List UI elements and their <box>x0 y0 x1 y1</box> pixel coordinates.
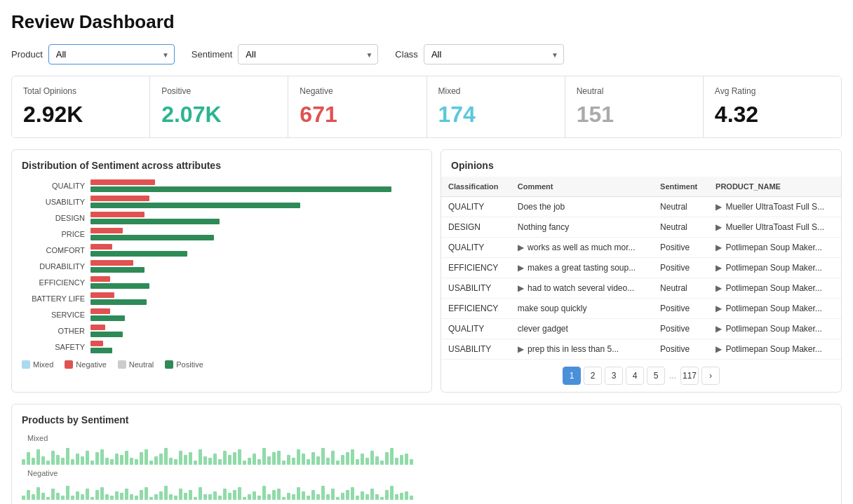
negative-bar-item <box>51 489 55 500</box>
sentiment-cell: Neutral <box>653 217 708 238</box>
sentiment-cell: Neutral <box>653 278 708 299</box>
negative-bar-item <box>223 489 227 500</box>
products-chart: Mixed Negative <box>22 434 831 503</box>
bars-group <box>90 260 422 273</box>
positive-bar <box>90 283 149 289</box>
classification-cell: QUALITY <box>441 197 511 217</box>
mixed-bar-item <box>154 456 158 465</box>
bar-label: SAFETY <box>22 343 85 351</box>
negative-bar-item <box>213 491 217 500</box>
bar-row: DURABILITY <box>22 260 422 273</box>
kpi-label-mixed: Mixed <box>438 86 553 96</box>
negative-bar-item <box>326 494 330 500</box>
mixed-bar-item <box>159 454 163 465</box>
comment-cell: Does the job <box>511 197 653 217</box>
kpi-label-avg_rating: Avg Rating <box>715 86 830 96</box>
negative-bar-item <box>46 497 50 500</box>
negative-bar <box>90 341 103 346</box>
negative-bar-item <box>22 496 25 500</box>
mixed-bar-item <box>32 458 35 465</box>
comment-cell: ▶ works as well as much mor... <box>511 238 653 258</box>
class-label: Class <box>395 49 418 60</box>
mixed-bar-item <box>375 456 379 465</box>
negative-bar-item <box>135 496 138 500</box>
main-row: Distribution of Sentiment across attribu… <box>11 149 842 393</box>
bar-row: COMFORT <box>22 244 422 257</box>
bar-label: DESIGN <box>22 214 85 222</box>
negative-bar-item <box>361 491 364 500</box>
product-filter-group: Product All <box>11 44 175 64</box>
page-btn-1[interactable]: 1 <box>563 367 581 385</box>
product-select[interactable]: All <box>48 44 175 64</box>
sentiment-cell: Positive <box>653 319 708 339</box>
mixed-bar-item <box>400 455 403 465</box>
pagination: 12345...117› <box>441 359 841 392</box>
bar-label: SERVICE <box>22 311 85 319</box>
negative-bar-item <box>370 489 374 500</box>
legend-label: Positive <box>176 360 203 369</box>
page-btn-5[interactable]: 5 <box>647 367 665 385</box>
page-btn-2[interactable]: 2 <box>584 367 602 385</box>
sentiment-select[interactable]: All <box>238 44 378 64</box>
mixed-bar-item <box>125 451 128 465</box>
negative-bar-item <box>248 494 251 500</box>
arrow-icon: ▶ <box>518 243 526 252</box>
legend-color <box>65 360 73 369</box>
negative-bar-item <box>243 497 246 500</box>
bars-group <box>90 179 422 192</box>
negative-bar-item <box>277 489 281 500</box>
bars-group <box>90 228 422 240</box>
mixed-bar-item <box>356 459 359 465</box>
negative-bar-item <box>410 496 413 500</box>
negative-bar-item <box>36 487 40 500</box>
negative-bar-item <box>400 493 403 500</box>
legend-label: Negative <box>76 360 106 369</box>
bars-group <box>90 212 422 224</box>
page-btn-3[interactable]: 3 <box>605 367 623 385</box>
opinions-title: Opinions <box>441 150 841 177</box>
kpi-value-total_opinions: 2.92K <box>23 102 138 128</box>
negative-bar-item <box>199 487 202 500</box>
bar-row: EFFICIENCY <box>22 276 422 289</box>
product-arrow-icon: ▶ <box>716 202 724 212</box>
page-btn-4[interactable]: 4 <box>626 367 644 385</box>
mixed-bar-item <box>213 454 217 465</box>
classification-cell: EFFICIENCY <box>441 258 511 278</box>
negative-bar-item <box>169 494 173 500</box>
negative-bar-item <box>262 486 266 500</box>
product-arrow-icon: ▶ <box>716 344 724 354</box>
kpi-card-mixed: Mixed174 <box>427 76 565 137</box>
negative-bar-item <box>307 496 310 500</box>
mixed-bar-item <box>203 456 207 465</box>
classification-cell: DESIGN <box>441 217 511 238</box>
kpi-label-total_opinions: Total Opinions <box>23 86 138 96</box>
negative-bar-item <box>297 487 300 500</box>
bar-row: USABILITY <box>22 196 422 208</box>
mixed-bar-item <box>272 452 276 465</box>
mixed-bar-item <box>66 448 69 465</box>
mixed-bar-item <box>395 458 398 465</box>
mixed-bar-item <box>370 451 374 465</box>
product-arrow-icon: ▶ <box>716 263 724 273</box>
negative-bars <box>22 480 831 500</box>
negative-bar-item <box>253 491 256 500</box>
product-arrow-icon: ▶ <box>716 222 724 232</box>
bar-chart: QUALITYUSABILITYDESIGNPRICECOMFORTDURABI… <box>22 179 422 353</box>
mixed-bar-item <box>238 449 241 465</box>
negative-bar-item <box>105 494 109 500</box>
pagination-next[interactable]: › <box>701 367 720 385</box>
bar-label: USABILITY <box>22 198 85 206</box>
filters-row: Product All Sentiment All Class All <box>11 44 842 64</box>
class-select[interactable]: All <box>424 44 564 64</box>
negative-bar-item <box>159 491 163 500</box>
negative-bar-item <box>154 494 158 500</box>
negative-bar <box>90 276 110 282</box>
negative-bar-item <box>61 496 65 500</box>
mixed-bar-item <box>174 459 177 465</box>
page-btn-total[interactable]: 117 <box>680 367 699 385</box>
bar-row: OTHER <box>22 325 422 337</box>
negative-bar-item <box>203 494 207 500</box>
mixed-bar-item <box>346 452 349 465</box>
negative-bar <box>90 179 155 185</box>
mixed-bar-item <box>105 458 109 465</box>
